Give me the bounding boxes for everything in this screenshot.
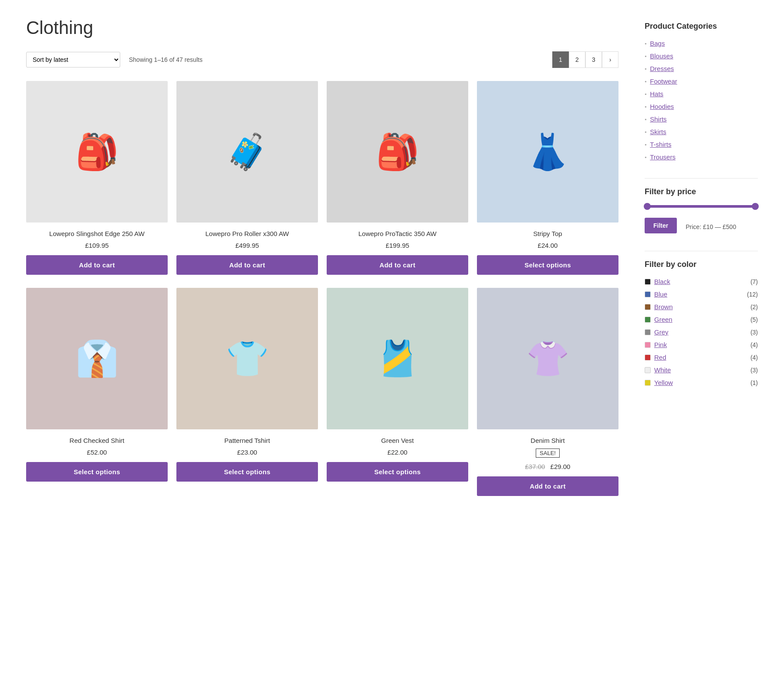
product-image: 👔	[26, 288, 168, 429]
product-card: 👚 Denim Shirt SALE! £37.00 £29.00 Add to…	[477, 288, 618, 496]
product-name: Green Vest	[381, 436, 414, 445]
select-options-button[interactable]: Select options	[477, 255, 618, 275]
list-item: White (3)	[645, 366, 758, 374]
product-name: Stripy Top	[533, 229, 562, 238]
categories-section: Product Categories ▪ Bags ▪ Blouses ▪ Dr…	[645, 22, 758, 161]
category-link-dresses[interactable]: Dresses	[650, 65, 674, 72]
category-link-hats[interactable]: Hats	[650, 90, 663, 98]
color-filter-title: Filter by color	[645, 260, 758, 269]
add-to-cart-button[interactable]: Add to cart	[477, 476, 618, 496]
product-card: 🎒 Lowepro Slingshot Edge 250 AW £109.95 …	[26, 81, 168, 275]
category-link-blouses[interactable]: Blouses	[650, 52, 673, 60]
product-card: 🎽 Green Vest £22.00 Select options	[327, 288, 468, 496]
product-price: £499.95	[235, 242, 259, 249]
add-to-cart-button[interactable]: Add to cart	[176, 255, 318, 275]
add-to-cart-button[interactable]: Add to cart	[327, 255, 468, 275]
product-price: £23.00	[237, 449, 257, 456]
list-item: Brown (2)	[645, 303, 758, 310]
product-price: SALE! £37.00 £29.00	[525, 449, 571, 470]
category-link-trousers[interactable]: Trousers	[650, 153, 676, 161]
category-link-tshirts[interactable]: T-shirts	[650, 141, 671, 148]
color-link-pink[interactable]: Pink	[654, 341, 747, 348]
color-list: Black (7) Blue (12) Brown (2) Green (5)	[645, 278, 758, 386]
color-count: (4)	[750, 354, 758, 361]
list-item: ▪ Footwear	[645, 78, 758, 85]
list-item: ▪ Hats	[645, 90, 758, 98]
list-item: ▪ Bags	[645, 40, 758, 47]
color-count: (4)	[750, 341, 758, 348]
sale-price: £29.00	[551, 463, 571, 470]
product-card: 🎒 Lowepro ProTactic 350 AW £199.95 Add t…	[327, 81, 468, 275]
category-link-skirts[interactable]: Skirts	[650, 128, 666, 135]
product-image: 👗	[477, 81, 618, 223]
color-swatch-green	[645, 317, 651, 323]
select-options-button[interactable]: Select options	[26, 462, 168, 482]
product-card: 👗 Stripy Top £24.00 Select options	[477, 81, 618, 275]
filter-button[interactable]: Filter	[645, 218, 677, 233]
folder-icon: ▪	[645, 78, 646, 84]
product-image: 🎽	[327, 288, 468, 429]
product-name: Lowepro ProTactic 350 AW	[358, 229, 437, 238]
product-name: Lowepro Pro Roller x300 AW	[205, 229, 289, 238]
color-link-red[interactable]: Red	[654, 354, 747, 361]
product-image: 🎒	[327, 81, 468, 223]
color-link-black[interactable]: Black	[654, 278, 747, 285]
product-name: Patterned Tshirt	[224, 436, 270, 445]
page-btn-1[interactable]: 1	[552, 51, 569, 68]
category-list: ▪ Bags ▪ Blouses ▪ Dresses ▪ Footwear ▪	[645, 40, 758, 161]
list-item: Grey (3)	[645, 328, 758, 336]
price-range-fill	[645, 205, 758, 208]
list-item: Green (5)	[645, 316, 758, 323]
category-link-footwear[interactable]: Footwear	[650, 78, 677, 85]
color-swatch-black	[645, 279, 651, 285]
price-range-bar	[645, 205, 758, 208]
color-link-grey[interactable]: Grey	[654, 328, 747, 336]
result-count: Showing 1–16 of 47 results	[129, 56, 203, 63]
product-card: 🧳 Lowepro Pro Roller x300 AW £499.95 Add…	[176, 81, 318, 275]
color-swatch-yellow	[645, 380, 651, 386]
folder-icon: ▪	[645, 129, 646, 135]
product-price: £24.00	[538, 242, 558, 249]
color-swatch-white	[645, 367, 651, 373]
sidebar: Product Categories ▪ Bags ▪ Blouses ▪ Dr…	[645, 17, 758, 496]
price-display: Price: £10 — £500	[686, 223, 736, 230]
add-to-cart-button[interactable]: Add to cart	[26, 255, 168, 275]
color-link-blue[interactable]: Blue	[654, 290, 743, 298]
select-options-button[interactable]: Select options	[176, 462, 318, 482]
sort-select[interactable]: Sort by latest Sort by price: low to hig…	[26, 52, 120, 67]
list-item: ▪ Skirts	[645, 128, 758, 135]
page-btn-next[interactable]: ›	[602, 51, 618, 68]
list-item: Red (4)	[645, 354, 758, 361]
toolbar: Sort by latest Sort by price: low to hig…	[26, 51, 618, 68]
category-link-hoodies[interactable]: Hoodies	[650, 103, 674, 110]
product-price: £52.00	[87, 449, 107, 456]
color-count: (5)	[750, 316, 758, 323]
folder-icon: ▪	[645, 40, 646, 47]
category-link-shirts[interactable]: Shirts	[650, 115, 666, 123]
color-link-green[interactable]: Green	[654, 316, 747, 323]
sale-badge: SALE!	[536, 449, 560, 458]
color-filter-section: Filter by color Black (7) Blue (12) Brow…	[645, 260, 758, 386]
product-name: Red Checked Shirt	[70, 436, 125, 445]
price-thumb-max[interactable]	[752, 203, 759, 210]
price-thumb-min[interactable]	[644, 203, 651, 210]
select-options-button[interactable]: Select options	[327, 462, 468, 482]
product-name: Denim Shirt	[531, 436, 564, 445]
color-link-yellow[interactable]: Yellow	[654, 379, 747, 386]
folder-icon: ▪	[645, 116, 646, 122]
color-swatch-pink	[645, 342, 651, 348]
folder-icon: ▪	[645, 142, 646, 148]
color-link-brown[interactable]: Brown	[654, 303, 747, 310]
page-btn-3[interactable]: 3	[585, 51, 602, 68]
color-count: (1)	[750, 379, 758, 386]
list-item: ▪ Trousers	[645, 153, 758, 161]
color-swatch-red	[645, 354, 651, 361]
list-item: ▪ Hoodies	[645, 103, 758, 110]
list-item: Black (7)	[645, 278, 758, 285]
category-link-bags[interactable]: Bags	[650, 40, 665, 47]
color-link-white[interactable]: White	[654, 366, 747, 374]
color-count: (12)	[747, 291, 758, 298]
page-btn-2[interactable]: 2	[569, 51, 585, 68]
product-card: 👕 Patterned Tshirt £23.00 Select options	[176, 288, 318, 496]
product-card: 👔 Red Checked Shirt £52.00 Select option…	[26, 288, 168, 496]
